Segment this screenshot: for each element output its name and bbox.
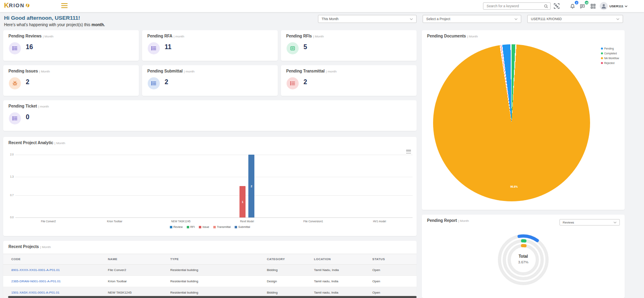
card-period: | Month <box>313 35 324 38</box>
card-value: 2 <box>303 79 307 86</box>
legend-dot-icon <box>601 52 603 54</box>
project-code-link[interactable]: 2365-DRAW-N001-0001-A-P01.01 <box>11 279 61 283</box>
table-cell: Tamil Nadu, India <box>314 265 372 276</box>
legend-item-review[interactable]: Review <box>170 226 183 228</box>
card-value: 0 <box>26 114 29 121</box>
card-period: | month <box>184 70 195 73</box>
user-menu[interactable]: USER111 <box>609 4 627 8</box>
bar-issue[interactable]: 1 <box>239 186 246 217</box>
legend-dot-icon <box>601 62 603 64</box>
scan-icon[interactable] <box>553 2 560 10</box>
table-cell: Open <box>372 265 417 276</box>
logo-text: RION <box>9 2 25 8</box>
y-axis-tick: 0.7 <box>6 194 14 197</box>
card-period: | Month <box>467 35 478 38</box>
table-row: 2365-DRAW-N001-0001-A-P01.01Krion Toolba… <box>3 276 417 287</box>
bar-submittal[interactable]: 2 <box>248 155 254 217</box>
period-select[interactable]: This Month <box>318 15 417 23</box>
table-cell: Residential building <box>170 265 267 276</box>
project-select[interactable]: Select a Project <box>423 15 521 23</box>
pending-issues-card[interactable]: Pending Issues| Month 2 <box>3 65 139 96</box>
x-axis-category: Revit Model <box>214 220 281 223</box>
chevron-down-icon <box>625 5 627 7</box>
menu-toggle-icon[interactable] <box>61 3 68 8</box>
table-cell: File Conver2 <box>108 265 170 276</box>
table-header-cell: CATEGORY <box>267 254 314 265</box>
notifications-bell-icon[interactable]: 2 <box>569 2 576 10</box>
card-title: Pending RFIs <box>286 34 312 38</box>
period-select-value: This Month <box>322 17 339 21</box>
card-title: Recent Project Analytic <box>8 141 53 145</box>
documents-pie-chart[interactable] <box>433 44 590 201</box>
card-title: Recent Projects <box>8 244 39 249</box>
project-code-link[interactable]: 1501-XA5X-XX01-0001-A-P01.01 <box>11 291 60 294</box>
y-axis-tick: 1.3 <box>6 175 14 178</box>
legend-swatch-icon <box>170 226 172 228</box>
pending-rfa-card[interactable]: Pending RFA| month 11 <box>142 30 278 61</box>
search-icon[interactable] <box>544 4 550 8</box>
x-axis-category: Krion Toolbar <box>82 220 148 223</box>
chart-export-menu-icon[interactable] <box>406 150 411 153</box>
project-code-link[interactable]: 8901-XXXX-XX01-0001-A-P01.01 <box>11 268 60 272</box>
notification-badge: 2 <box>575 1 578 4</box>
legend-item-rfi[interactable]: RFI <box>187 226 195 228</box>
card-period: | month <box>38 105 49 108</box>
legend-item-transmittal[interactable]: Transmittal <box>213 226 231 228</box>
legend-item-na-workflow[interactable]: NA Workflow <box>601 57 619 60</box>
table-header-row: CODENAMETYPECATEGORYLOCATIONSTATUS <box>3 254 417 265</box>
username-label: USER111 <box>609 4 623 8</box>
greeting-subtitle: Here's what's happening with your projec… <box>4 23 105 27</box>
card-title: Pending Report <box>427 218 457 223</box>
list-icon <box>148 42 160 54</box>
card-title: Pending Reviews <box>8 34 41 38</box>
qr-code-icon[interactable] <box>589 2 597 10</box>
pending-submittal-card[interactable]: Pending Submittal| month 2 <box>142 65 278 96</box>
bar-chart-plot: 12 <box>15 155 413 217</box>
legend-swatch-icon <box>187 226 189 228</box>
organization-select[interactable]: USER111 KRION6D <box>527 15 623 23</box>
legend-label: Issue <box>202 226 209 228</box>
x-axis-category: NEW TASK1245 <box>148 220 214 223</box>
bar-chart-x-axis: File Conver2Krion ToolbarNEW TASK1245Rev… <box>15 220 413 223</box>
horizontal-scrollbar[interactable] <box>8 296 417 298</box>
pending-documents-card: Pending Documents| Month PendingComplete… <box>422 30 625 210</box>
legend-item-completed[interactable]: Completed <box>601 52 619 55</box>
document-icon <box>287 42 299 54</box>
legend-item-rejected[interactable]: Rejected <box>601 62 619 64</box>
card-title: Pending Ticket <box>8 104 37 108</box>
table-header-cell: LOCATION <box>314 254 372 265</box>
recent-project-analytic-card: Recent Project Analytic| Month 0.00.71.3… <box>3 137 417 236</box>
pie-slice-label: 96.8% <box>510 185 518 188</box>
bug-icon <box>9 77 21 89</box>
chevron-down-icon <box>410 18 413 20</box>
pending-transmittal-card[interactable]: Pending Transmittal| month 2 <box>281 65 417 96</box>
bar-slot: 12 <box>214 155 281 217</box>
pending-ticket-card[interactable]: Pending Ticket| month 0 <box>3 100 417 131</box>
krion-logo[interactable]: KRION <box>4 2 29 9</box>
legend-swatch-icon <box>199 226 201 228</box>
logo-letter-k: K <box>4 2 9 9</box>
list-icon <box>9 112 21 124</box>
legend-item-pending[interactable]: Pending <box>601 47 619 50</box>
legend-label: Rejected <box>604 62 615 64</box>
list-icon <box>9 42 21 54</box>
report-type-select[interactable]: Reviews <box>559 219 620 226</box>
pending-rfis-card[interactable]: Pending RFIs| Month 5 <box>281 30 417 61</box>
table-row: 8901-XXXX-XX01-0001-A-P01.01File Conver2… <box>3 265 417 276</box>
search-input[interactable] <box>483 4 544 8</box>
legend-label: RFI <box>190 226 195 228</box>
chevron-down-icon <box>613 221 617 224</box>
legend-item-submittal[interactable]: Submittal <box>235 226 250 228</box>
messages-chat-icon[interactable]: 10 <box>579 2 586 10</box>
keyword-search[interactable] <box>483 2 551 10</box>
recent-projects-card: Recent Projects| Month CODENAMETYPECATEG… <box>3 241 417 298</box>
pending-reviews-card[interactable]: Pending Reviews| Month 16 <box>3 30 139 61</box>
user-avatar[interactable] <box>600 2 608 10</box>
legend-label: Completed <box>604 52 617 55</box>
legend-dot-icon <box>601 48 603 50</box>
table-cell: 2365-DRAW-N001-0001-A-P01.01 <box>3 276 108 287</box>
card-title: Pending Documents <box>427 34 466 38</box>
legend-item-issue[interactable]: Issue <box>199 226 209 228</box>
table-header-cell: NAME <box>108 254 170 265</box>
card-period: | Month <box>458 219 469 223</box>
